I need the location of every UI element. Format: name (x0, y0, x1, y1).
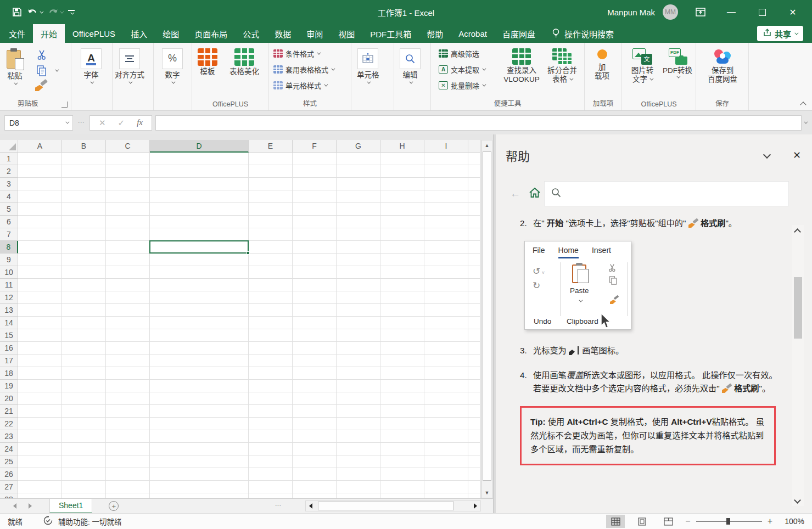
grid-cell-G5[interactable] (337, 203, 380, 216)
tab-help[interactable]: 帮助 (419, 24, 451, 43)
grid-cell-B18[interactable] (62, 367, 106, 380)
grid-cell-I4[interactable] (424, 190, 468, 203)
column-header-G[interactable]: G (337, 140, 380, 153)
grid-cell-G9[interactable] (337, 254, 380, 266)
grid-cell-E8[interactable] (249, 241, 293, 254)
grid-cell-B23[interactable] (62, 430, 106, 443)
grid-cell-D15[interactable] (150, 329, 249, 342)
grid-cell-F16[interactable] (293, 342, 337, 354)
grid-cell-G23[interactable] (337, 430, 380, 443)
grid-cell-H7[interactable] (380, 228, 424, 241)
grid-cell-A1[interactable] (18, 153, 62, 165)
grid-cell-E24[interactable] (249, 443, 293, 455)
column-header-E[interactable]: E (249, 140, 293, 153)
tab-view[interactable]: 视图 (331, 24, 362, 43)
grid-cell-D10[interactable] (150, 266, 249, 279)
grid-cell-A16[interactable] (18, 342, 62, 354)
grid-cell-H14[interactable] (380, 317, 424, 329)
help-scroll-down-icon[interactable] (794, 497, 801, 504)
formula-bar-splitter[interactable]: ⋮ (77, 119, 85, 126)
grid-cell-C2[interactable] (106, 165, 150, 178)
row-header-2[interactable]: 2 (0, 165, 18, 178)
grid-cell-E16[interactable] (249, 342, 293, 354)
zoom-level[interactable]: 100% (780, 517, 804, 526)
grid-cell-C8[interactable] (106, 241, 150, 254)
grid-cell-G28[interactable] (337, 493, 380, 498)
grid-cell-F12[interactable] (293, 291, 337, 304)
grid-cell-A10[interactable] (18, 266, 62, 279)
enter-icon[interactable]: ✓ (118, 118, 125, 128)
grid-cell-B5[interactable] (62, 203, 106, 216)
grid-cell-I16[interactable] (424, 342, 468, 354)
pdf-convert-button[interactable]: PDF PDF转换 (660, 48, 695, 78)
zoom-slider[interactable]: − + (685, 516, 772, 526)
row-header-22[interactable]: 22 (0, 418, 18, 430)
name-box-dropdown-icon[interactable] (65, 120, 69, 124)
row-header-15[interactable]: 15 (0, 329, 18, 342)
grid-cell-X3[interactable] (468, 178, 480, 190)
paste-dropdown-icon[interactable] (14, 81, 18, 85)
grid-cell-G15[interactable] (337, 329, 380, 342)
grid-cell-B9[interactable] (62, 254, 106, 266)
redo-dropdown-icon[interactable] (60, 9, 64, 13)
row-header-10[interactable]: 10 (0, 266, 18, 279)
grid-cell-A12[interactable] (18, 291, 62, 304)
grid-cell-F15[interactable] (293, 329, 337, 342)
grid-cell-H21[interactable] (380, 405, 424, 418)
undo-dropdown-icon[interactable] (40, 9, 43, 13)
grid-cell-G26[interactable] (337, 468, 380, 481)
grid-cell-X7[interactable] (468, 228, 480, 241)
grid-cell-X25[interactable] (468, 455, 480, 468)
page-layout-view-button[interactable] (632, 515, 651, 528)
tab-draw[interactable]: 绘图 (155, 24, 187, 43)
help-back-icon[interactable]: ← (510, 188, 520, 200)
grid-cell-I8[interactable] (424, 241, 468, 254)
row-header-8[interactable]: 8 (0, 241, 18, 254)
grid-cell-E21[interactable] (249, 405, 293, 418)
grid-cell-X8[interactable] (468, 241, 480, 254)
grid-cell-C27[interactable] (106, 481, 150, 493)
grid-cell-G10[interactable] (337, 266, 380, 279)
batch-delete-button[interactable]: ✕ 批量删除 (439, 80, 485, 91)
column-header-F[interactable]: F (293, 140, 337, 153)
grid-cell-A18[interactable] (18, 367, 62, 380)
grid-cell-C12[interactable] (106, 291, 150, 304)
grid-cell-X24[interactable] (468, 443, 480, 455)
grid-cell-B28[interactable] (62, 493, 106, 498)
grid-cell-F7[interactable] (293, 228, 337, 241)
grid-cell-D18[interactable] (150, 367, 249, 380)
grid-cell-A5[interactable] (18, 203, 62, 216)
grid-cell-D16[interactable] (150, 342, 249, 354)
grid-cell-B16[interactable] (62, 342, 106, 354)
grid-cell-X27[interactable] (468, 481, 480, 493)
grid-cell-D3[interactable] (150, 178, 249, 190)
grid-cell-F24[interactable] (293, 443, 337, 455)
grid-cell-X4[interactable] (468, 190, 480, 203)
grid-cell-D9[interactable] (150, 254, 249, 266)
grid-cell-G22[interactable] (337, 418, 380, 430)
grid-cell-H4[interactable] (380, 190, 424, 203)
sheet-nav-prev-icon[interactable] (13, 503, 16, 509)
grid-cell-A11[interactable] (18, 279, 62, 291)
grid-cell-F9[interactable] (293, 254, 337, 266)
grid-cell-F2[interactable] (293, 165, 337, 178)
grid-cell-B26[interactable] (62, 468, 106, 481)
expand-formula-bar-icon[interactable] (804, 120, 808, 124)
grid-cell-B14[interactable] (62, 317, 106, 329)
grid-cell-E13[interactable] (249, 304, 293, 317)
grid-cell-E25[interactable] (249, 455, 293, 468)
grid-cell-X20[interactable] (468, 392, 480, 405)
tab-file[interactable]: 文件 (1, 24, 33, 43)
grid-cell-C16[interactable] (106, 342, 150, 354)
grid-cell-H11[interactable] (380, 279, 424, 291)
row-header-18[interactable]: 18 (0, 367, 18, 380)
grid-cell-E11[interactable] (249, 279, 293, 291)
undo-button[interactable] (27, 8, 42, 17)
grid-cell-G11[interactable] (337, 279, 380, 291)
grid-cell-D24[interactable] (150, 443, 249, 455)
cancel-icon[interactable]: ✕ (99, 118, 106, 128)
grid-cell-X19[interactable] (468, 380, 480, 392)
grid-cell-X16[interactable] (468, 342, 480, 354)
row-header-16[interactable]: 16 (0, 342, 18, 354)
grid-cell-X28[interactable] (468, 493, 480, 498)
